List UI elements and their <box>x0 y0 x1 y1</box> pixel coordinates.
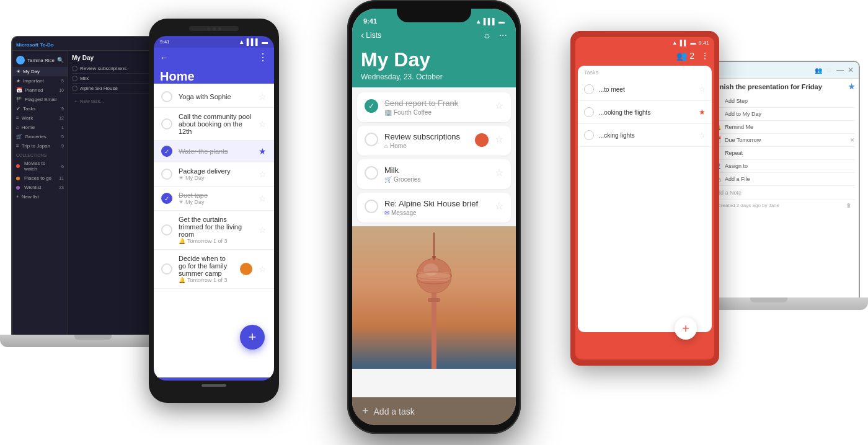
task-checkbox[interactable] <box>72 66 78 71</box>
sidebar-label: Important <box>23 78 44 84</box>
sidebar-item-groceries[interactable]: 🛒 Groceries 5 <box>12 132 68 141</box>
android-fab-button[interactable]: + <box>240 325 265 350</box>
red-tablet: ▲ ▌▌ ▬ 9:41 👥 2 ⋮ Tasks ...to meet <box>564 31 725 378</box>
sidebar-item-places[interactable]: Places to go 11 <box>12 174 68 183</box>
add-to-myday-row[interactable]: ☀ Add to My Day <box>714 108 855 121</box>
sidebar-item-important[interactable]: ★ Important 5 <box>12 76 68 86</box>
remind-me-row[interactable]: 🔔 Remind Me <box>714 121 855 134</box>
sidebar-item-japan[interactable]: ≡ Trip to Japan 9 <box>12 141 68 151</box>
star-icon[interactable]: ☆ <box>259 193 267 203</box>
add-step-row[interactable]: + Add Step <box>714 95 855 108</box>
task-item[interactable]: Duct tape ☀ My Day ☆ <box>154 187 274 211</box>
task-card[interactable]: Review subscriptions ⌂ Home ☆ <box>357 126 511 156</box>
close-icon[interactable]: ✕ <box>848 66 854 74</box>
new-list-button[interactable]: + New list <box>12 192 68 201</box>
sub-text: Message <box>391 209 417 216</box>
sidebar-label: Trip to Japan <box>22 143 50 149</box>
collaborator-avatar <box>240 263 252 275</box>
star-icon[interactable]: ☆ <box>259 92 267 102</box>
task-circle[interactable] <box>584 130 594 140</box>
star-icon[interactable]: ☆ <box>495 133 503 145</box>
task-checkbox[interactable] <box>365 166 378 180</box>
sidebar-item-planned[interactable]: 📅 Planned 10 <box>12 86 68 95</box>
sidebar-item-myday[interactable]: ☀ My Day <box>12 67 68 76</box>
star-icon[interactable]: ☆ <box>699 131 706 139</box>
task-item[interactable]: ...ooking the flights ★ <box>578 101 712 124</box>
delete-icon[interactable]: 🗑 <box>846 203 851 208</box>
task-name: Review subscriptions <box>384 132 469 141</box>
task-circle-checked[interactable] <box>161 193 172 204</box>
star-icon[interactable]: ☆ <box>495 200 503 212</box>
action-label: Assign to <box>725 163 748 169</box>
sub-text: Groceries <box>394 176 420 183</box>
star-icon[interactable]: ☆ <box>495 100 503 112</box>
task-circle[interactable] <box>584 107 594 117</box>
task-text: ...to meet <box>599 86 694 93</box>
sidebar-item-movies[interactable]: Movies to watch 6 <box>12 159 68 174</box>
task-item[interactable]: Package delivery ☀ My Day ☆ <box>154 162 274 187</box>
task-item[interactable]: ...to meet ☆ <box>578 78 712 101</box>
task-checkbox[interactable] <box>365 200 378 213</box>
flag-icon: 🏴 <box>16 97 22 102</box>
remove-icon[interactable]: ✕ <box>850 137 855 143</box>
signal-icon: ▌▌▌ <box>247 38 260 45</box>
star-icon-red[interactable]: ★ <box>699 108 706 117</box>
add-file-row[interactable]: 📎 Add a File <box>714 173 855 186</box>
task-item[interactable]: ...cking lights ☆ <box>578 124 712 147</box>
task-item[interactable]: Water the plants ★ <box>154 141 274 162</box>
task-circle[interactable] <box>161 169 172 180</box>
task-item[interactable]: Call the community pool about booking on… <box>154 108 274 141</box>
more-options-icon[interactable]: ⋮ <box>258 51 268 63</box>
add-note-area[interactable]: Add a Note <box>714 186 855 200</box>
sidebar-item-home[interactable]: ⌂ Home 1 <box>12 123 68 132</box>
minus-icon[interactable]: — <box>836 66 844 74</box>
star-icon[interactable]: ☆ <box>495 167 503 178</box>
task-circle[interactable] <box>161 91 172 102</box>
star-icon[interactable]: ★ <box>259 146 267 156</box>
task-circle[interactable] <box>161 224 172 236</box>
sidebar-label: Flagged Email <box>25 97 56 102</box>
task-circle[interactable] <box>161 263 172 275</box>
task-card[interactable]: Re: Alpine Ski House brief ✉ Message ☆ <box>357 193 511 222</box>
home-icon: ⌂ <box>16 125 19 130</box>
task-card[interactable]: Send report to Frank 🏢 Fourth Coffee ☆ <box>357 92 511 122</box>
task-checkbox[interactable] <box>72 86 78 91</box>
task-checkbox[interactable] <box>365 133 378 146</box>
star-icon[interactable]: ☆ <box>826 66 833 74</box>
task-checkbox-checked[interactable] <box>365 99 378 113</box>
star-icon[interactable]: ☆ <box>699 85 706 94</box>
search-icon[interactable]: 🔍 <box>57 57 64 63</box>
task-item[interactable]: Get the curtains trimmed for the living … <box>154 211 274 250</box>
task-item[interactable]: Yoga with Sophie ☆ <box>154 86 274 108</box>
task-checkbox[interactable] <box>72 76 78 81</box>
due-tomorrow-row[interactable]: 📅 Due Tomorrow ✕ <box>714 134 855 147</box>
star-icon[interactable]: ☆ <box>259 119 267 129</box>
star-icon[interactable]: ☆ <box>259 264 267 274</box>
back-button[interactable]: ‹ Lists <box>361 30 381 41</box>
task-text: ...ooking the flights <box>599 109 694 116</box>
task-card[interactable]: Milk 🛒 Groceries ☆ <box>357 159 511 189</box>
task-circle[interactable] <box>161 118 172 130</box>
home-icon: ⌂ <box>384 143 388 149</box>
repeat-row[interactable]: ↺ Repeat <box>714 147 855 160</box>
sidebar-item-wishlist[interactable]: Wishlist 23 <box>12 183 68 192</box>
clock-icon: 🔔 <box>179 277 185 283</box>
tablet-fab-button[interactable]: + <box>675 317 697 340</box>
sidebar-item-work[interactable]: ≡ Work 12 <box>12 113 68 123</box>
task-item[interactable]: Decide when to go for the family summer … <box>154 250 274 289</box>
sidebar-item-flagged[interactable]: 🏴 Flagged Email <box>12 95 68 104</box>
assign-to-row[interactable]: 👤 Assign to <box>714 160 855 173</box>
groceries-icon: 🛒 <box>384 176 392 183</box>
star-blue-icon[interactable]: ★ <box>848 82 855 91</box>
add-task-bar[interactable]: + Add a task <box>352 397 516 425</box>
more-options-icon[interactable]: ··· <box>499 30 507 41</box>
star-icon[interactable]: ☆ <box>259 169 267 179</box>
task-circle-checked[interactable] <box>161 146 172 157</box>
more-icon[interactable]: ⋮ <box>701 51 709 61</box>
brightness-icon[interactable]: ☼ <box>482 30 492 41</box>
star-icon[interactable]: ☆ <box>259 225 267 235</box>
sidebar-item-tasks[interactable]: ✔ Tasks 9 <box>12 104 68 113</box>
back-arrow-icon[interactable]: ← <box>160 53 169 63</box>
list-icon: ≡ <box>16 115 19 121</box>
task-circle[interactable] <box>584 84 594 94</box>
